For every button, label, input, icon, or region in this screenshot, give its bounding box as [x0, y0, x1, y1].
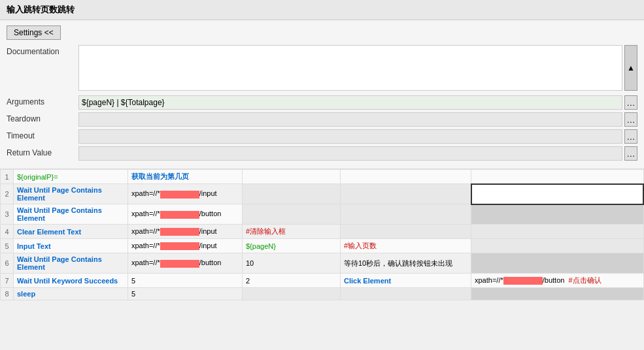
keyword-cell: Wait Until Page ContainsElement	[14, 184, 128, 204]
keyword-link[interactable]: Wait Until Page ContainsElement	[17, 255, 102, 271]
keyword-link[interactable]: Wait Until Page ContainsElement	[17, 186, 102, 202]
arg4-cell	[471, 184, 644, 204]
keyword-cell: ${originalP}=	[14, 170, 128, 184]
comment-text: #输入页数	[344, 242, 377, 249]
keyword-cell: Wait Until Page ContainsElement	[14, 253, 128, 274]
arg4-cell	[471, 288, 644, 300]
arg2-cell: #清除输入框	[243, 225, 341, 239]
teardown-input[interactable]	[78, 112, 622, 127]
table-row: 6 Wait Until Page ContainsElement xpath=…	[1, 253, 644, 274]
table-row: 4 Clear Element Text xpath=//* /input #清…	[1, 225, 644, 239]
keyword-link[interactable]: sleep	[17, 290, 35, 298]
keyword-cell: Clear Element Text	[14, 225, 128, 239]
teardown-edit-btn[interactable]: …	[624, 112, 637, 127]
arg1-cell: xpath=//* /input	[128, 239, 243, 253]
row-number: 4	[1, 225, 14, 239]
title-bar: 输入跳转页数跳转	[0, 0, 644, 20]
arg1-cell: xpath=//* /button	[128, 253, 243, 274]
arg1-cell: 获取当前为第几页	[128, 170, 243, 184]
table-row: 8 sleep 5	[1, 288, 644, 300]
keyword-var: ${originalP}=	[17, 173, 58, 181]
arg4-cell	[471, 253, 644, 274]
row-number: 3	[1, 204, 14, 225]
table-row: 2 Wait Until Page ContainsElement xpath=…	[1, 184, 644, 204]
table-row: 5 Input Text xpath=//* /input ${pageN} #…	[1, 239, 644, 253]
return-value-input[interactable]	[78, 146, 622, 161]
keyword-cell: sleep	[14, 288, 128, 300]
row-number: 7	[1, 274, 14, 288]
arg3-cell	[341, 184, 471, 204]
comment-text: #清除输入框	[246, 227, 286, 235]
arguments-input[interactable]	[78, 95, 622, 110]
keyword-link[interactable]: Wait Until Keyword Succeeds	[17, 277, 118, 285]
documentation-scroll: ▲	[624, 45, 637, 91]
arg3-cell	[341, 225, 471, 239]
arguments-edit-btn[interactable]: …	[624, 95, 637, 110]
arg3-cell	[341, 170, 471, 184]
row-number: 6	[1, 253, 14, 274]
row-number: 2	[1, 184, 14, 204]
table-row: 3 Wait Until Page ContainsElement xpath=…	[1, 204, 644, 225]
arg1-text: 获取当前为第几页	[131, 172, 189, 180]
timeout-edit-btn[interactable]: …	[624, 129, 637, 144]
arg4-cell	[471, 204, 644, 225]
arg2-cell: 10	[243, 253, 341, 274]
keyword-link[interactable]: Clear Element Text	[17, 228, 81, 236]
documentation-label: Documentation	[7, 45, 78, 56]
arg1-cell: xpath=//* /input	[128, 184, 243, 204]
timeout-label: Timeout	[7, 129, 78, 140]
inner-keyword-link[interactable]: Click Element	[344, 277, 391, 285]
arg4-cell	[471, 225, 644, 239]
row-number: 5	[1, 239, 14, 253]
arg3-cell: Click Element	[341, 274, 471, 288]
keyword-cell: Input Text	[14, 239, 128, 253]
arg1-cell: 5	[128, 288, 243, 300]
keyword-cell: Wait Until Page ContainsElement	[14, 204, 128, 225]
keyword-cell: Wait Until Keyword Succeeds	[14, 274, 128, 288]
arg3-cell: #输入页数	[341, 239, 471, 253]
var-text: ${pageN}	[246, 242, 276, 250]
arg1-cell: xpath=//* /button	[128, 204, 243, 225]
timeout-input[interactable]	[78, 129, 622, 144]
arguments-label: Arguments	[7, 95, 78, 106]
documentation-input[interactable]	[78, 45, 622, 91]
arg2-cell: ${pageN}	[243, 239, 341, 253]
table-row: 7 Wait Until Keyword Succeeds 5 2 Click …	[1, 274, 644, 288]
return-value-label: Return Value	[7, 146, 78, 157]
keyword-link[interactable]: Input Text	[17, 242, 51, 250]
arg4-cell	[471, 239, 644, 253]
arg2-cell	[243, 170, 341, 184]
arg2-cell: 2	[243, 274, 341, 288]
arg3-cell	[341, 288, 471, 300]
table-row: 1 ${originalP}= 获取当前为第几页	[1, 170, 644, 184]
row-number: 8	[1, 288, 14, 300]
arg2-cell	[243, 288, 341, 300]
keyword-link[interactable]: Wait Until Page ContainsElement	[17, 206, 102, 222]
arg3-cell	[341, 204, 471, 225]
settings-button[interactable]: Settings <<	[7, 25, 61, 40]
arg2-cell	[243, 184, 341, 204]
arg1-cell: 5	[128, 274, 243, 288]
row-number: 1	[1, 170, 14, 184]
arg3-cell: 等待10秒后，确认跳转按钮未出现	[341, 253, 471, 274]
settings-section: Settings << Documentation ▲ Arguments … …	[0, 20, 644, 169]
page-title: 输入跳转页数跳转	[7, 5, 75, 14]
teardown-label: Teardown	[7, 112, 78, 123]
arg1-cell: xpath=//* /input	[128, 225, 243, 239]
arg2-cell	[243, 204, 341, 225]
arg4-cell	[471, 170, 644, 184]
arg4-cell: xpath=//* /button #点击确认	[471, 274, 644, 288]
keyword-table: 1 ${originalP}= 获取当前为第几页 2 Wait Until Pa…	[0, 169, 644, 300]
return-value-edit-btn[interactable]: …	[624, 146, 637, 161]
